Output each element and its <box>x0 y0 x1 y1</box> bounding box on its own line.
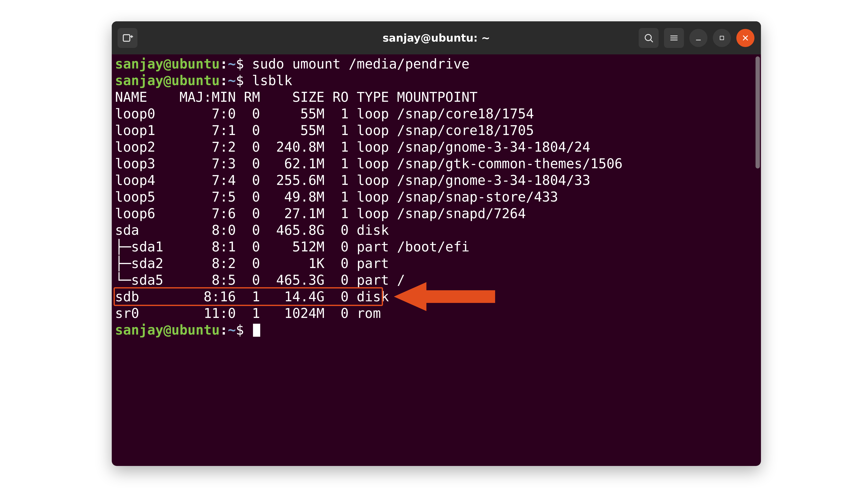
svg-rect-0 <box>123 35 130 41</box>
search-button[interactable] <box>639 28 659 48</box>
terminal-window: sanjay@ubuntu: ~ <box>112 21 761 466</box>
window-titlebar[interactable]: sanjay@ubuntu: ~ <box>112 21 761 55</box>
minimize-button[interactable] <box>689 29 707 47</box>
lsblk-row-loop1: loop1 7:1 0 55M 1 loop /snap/core18/1705 <box>115 122 756 139</box>
prompt-path: ~ <box>228 56 236 72</box>
command-umount: sudo umount /media/pendrive <box>252 56 469 72</box>
titlebar-left-group <box>112 28 137 48</box>
maximize-button[interactable] <box>713 29 731 47</box>
svg-line-4 <box>651 40 653 42</box>
terminal-cursor <box>253 324 260 337</box>
lsblk-row-sda2: ├─sda2 8:2 0 1K 0 part <box>115 255 756 272</box>
lsblk-row-loop3: loop3 7:3 0 62.1M 1 loop /snap/gtk-commo… <box>115 155 756 172</box>
menu-button[interactable] <box>664 28 684 48</box>
prompt-separator: : <box>220 322 228 337</box>
lsblk-row-loop4: loop4 7:4 0 255.6M 1 loop /snap/gnome-3-… <box>115 172 756 189</box>
svg-rect-9 <box>720 36 724 40</box>
prompt-dollar: $ <box>236 56 252 72</box>
lsblk-row-loop0: loop0 7:0 0 55M 1 loop /snap/core18/1754 <box>115 105 756 122</box>
prompt-user-host: sanjay@ubuntu <box>115 322 220 337</box>
lsblk-row-loop5: loop5 7:5 0 49.8M 1 loop /snap/snap-stor… <box>115 189 756 205</box>
lsblk-row-loop2: loop2 7:2 0 240.8M 1 loop /snap/gnome-3-… <box>115 139 756 155</box>
prompt-user-host: sanjay@ubuntu <box>115 56 220 72</box>
prompt-user-host: sanjay@ubuntu <box>115 73 220 88</box>
prompt-path: ~ <box>228 73 236 88</box>
terminal-body[interactable]: sanjay@ubuntu:~$ sudo umount /media/pend… <box>112 55 761 466</box>
prompt-line-2: sanjay@ubuntu:~$ lsblk <box>115 72 756 89</box>
new-tab-icon <box>122 32 133 43</box>
lsblk-row-sda1: ├─sda1 8:1 0 512M 0 part /boot/efi <box>115 238 756 255</box>
prompt-path: ~ <box>228 322 236 337</box>
terminal-scrollbar[interactable] <box>755 56 760 168</box>
window-title-text: sanjay@ubuntu: ~ <box>383 32 490 44</box>
prompt-line-3: sanjay@ubuntu:~$ <box>115 322 756 338</box>
search-icon <box>643 33 654 43</box>
prompt-separator: : <box>220 73 228 88</box>
page-stage: sanjay@ubuntu: ~ <box>0 0 868 488</box>
lsblk-row-sda: sda 8:0 0 465.8G 0 disk <box>115 222 756 238</box>
lsblk-row-loop6: loop6 7:6 0 27.1M 1 loop /snap/snapd/726… <box>115 205 756 222</box>
lsblk-row-sda5: └─sda5 8:5 0 465.3G 0 part / <box>115 272 756 288</box>
lsblk-header: NAME MAJ:MIN RM SIZE RO TYPE MOUNTPOINT <box>115 89 756 105</box>
hamburger-menu-icon <box>669 33 679 43</box>
lsblk-row-sdb: sdb 8:16 1 14.4G 0 disk <box>115 288 756 305</box>
close-button[interactable] <box>736 29 754 47</box>
command-lsblk: lsblk <box>252 73 292 88</box>
close-icon <box>741 34 749 42</box>
lsblk-row-sr0: sr0 11:0 1 1024M 0 rom <box>115 305 756 322</box>
prompt-dollar: $ <box>236 73 252 88</box>
prompt-line-1: sanjay@ubuntu:~$ sudo umount /media/pend… <box>115 56 756 72</box>
svg-point-3 <box>645 34 651 40</box>
titlebar-right-group <box>639 28 761 48</box>
minimize-icon <box>694 34 703 42</box>
new-tab-button[interactable] <box>118 28 137 48</box>
maximize-icon <box>718 34 725 41</box>
prompt-separator: : <box>220 56 228 72</box>
prompt-dollar: $ <box>236 322 252 337</box>
